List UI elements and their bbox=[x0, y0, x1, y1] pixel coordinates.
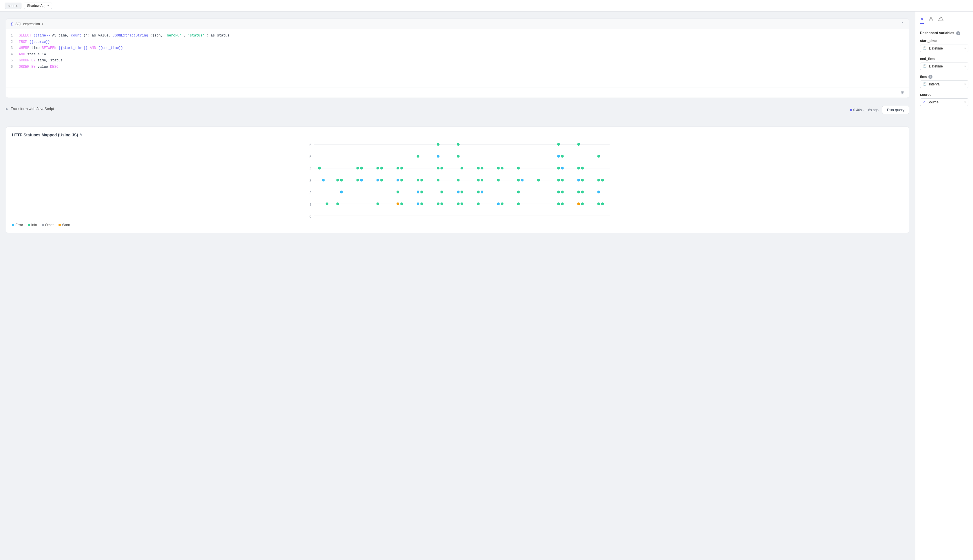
code-line-6: 6 ORDER BY value DESC bbox=[11, 64, 905, 70]
svg-point-95 bbox=[561, 155, 564, 158]
svg-point-82 bbox=[497, 167, 500, 170]
var-time-select[interactable]: 🕐 Interval ▾ bbox=[920, 80, 968, 88]
transform-label: Transform with JavaScript bbox=[11, 107, 54, 111]
svg-point-101 bbox=[561, 190, 564, 193]
svg-point-76 bbox=[481, 167, 483, 170]
sql-editor-body[interactable]: 1 SELECT {{time}} AS time, count (*) as … bbox=[6, 29, 909, 87]
svg-point-51 bbox=[397, 202, 399, 205]
app-selector[interactable]: Shadow App ▾ bbox=[24, 3, 52, 9]
var-start-time: start_time 🕐 Datetime ▾ bbox=[920, 39, 968, 52]
transform-arrow-icon: ▶ bbox=[6, 107, 8, 111]
svg-point-74 bbox=[460, 202, 463, 205]
run-query-button[interactable]: Run query bbox=[882, 106, 909, 114]
var-start-time-label: start_time bbox=[920, 39, 968, 43]
svg-text:16:02: 16:02 bbox=[477, 218, 485, 218]
svg-point-88 bbox=[517, 179, 520, 182]
svg-point-111 bbox=[577, 202, 580, 205]
var-end-time-label: end_time bbox=[920, 57, 968, 61]
svg-point-68 bbox=[457, 155, 460, 158]
svg-point-115 bbox=[601, 179, 604, 182]
svg-point-79 bbox=[477, 190, 480, 193]
var-start-time-select[interactable]: 🕐 Datetime ▾ bbox=[920, 45, 968, 52]
code-line-3: 3 WHERE time BETWEEN {{start_time}} AND … bbox=[11, 45, 905, 52]
svg-point-85 bbox=[497, 202, 500, 205]
legend-error-dot bbox=[12, 224, 14, 226]
legend-other-dot bbox=[42, 224, 44, 226]
chart-legend: Error Info Other Warn bbox=[12, 223, 903, 227]
svg-point-54 bbox=[420, 179, 423, 182]
svg-point-40 bbox=[377, 167, 379, 170]
legend-info-dot bbox=[28, 224, 30, 226]
dash: – bbox=[865, 108, 867, 112]
var-end-time-select[interactable]: 🕐 Datetime ▾ bbox=[920, 63, 968, 70]
svg-point-33 bbox=[340, 179, 343, 182]
svg-point-63 bbox=[437, 179, 440, 182]
svg-point-30 bbox=[322, 179, 325, 182]
svg-text:16:14: 16:14 bbox=[597, 218, 605, 218]
svg-point-53 bbox=[417, 179, 420, 182]
svg-point-84 bbox=[497, 179, 500, 182]
tab-alert[interactable] bbox=[938, 16, 943, 24]
top-bar: source Shadow App ▾ bbox=[0, 0, 973, 12]
tab-close[interactable]: ✕ bbox=[920, 16, 924, 24]
time-interval-icon: 🕐 bbox=[923, 82, 927, 86]
legend-error: Error bbox=[12, 223, 23, 227]
svg-point-62 bbox=[440, 167, 443, 170]
svg-point-91 bbox=[521, 179, 523, 182]
svg-point-102 bbox=[557, 202, 560, 205]
svg-point-97 bbox=[561, 167, 564, 170]
expand-button[interactable]: ⊞ bbox=[901, 90, 905, 95]
svg-point-106 bbox=[581, 167, 584, 170]
query-time: 0.40s bbox=[853, 108, 862, 112]
end-time-type: Datetime bbox=[929, 64, 943, 68]
svg-point-92 bbox=[537, 179, 540, 182]
code-line-5: 5 GROUP BY time, status bbox=[11, 58, 905, 64]
svg-point-93 bbox=[557, 143, 560, 146]
collapse-icon[interactable]: ⌃ bbox=[901, 21, 905, 27]
svg-point-49 bbox=[397, 190, 399, 193]
svg-point-36 bbox=[357, 179, 359, 182]
legend-warn-label: Warn bbox=[62, 223, 70, 227]
svg-point-52 bbox=[417, 155, 420, 158]
legend-other: Other bbox=[42, 223, 54, 227]
svg-point-78 bbox=[481, 179, 483, 182]
code-line-4: 4 AND status != '' bbox=[11, 52, 905, 58]
svg-text:15:54: 15:54 bbox=[397, 218, 405, 218]
transform-run-row: ▶ Transform with JavaScript 0.40s · – 6s… bbox=[6, 104, 909, 116]
svg-text:15:46: 15:46 bbox=[317, 218, 324, 218]
svg-point-71 bbox=[457, 190, 460, 193]
svg-point-100 bbox=[557, 190, 560, 193]
time-ago: 6s ago bbox=[868, 108, 879, 112]
chart-edit-icon[interactable]: ✎ bbox=[80, 133, 83, 137]
end-datetime-icon: 🕐 bbox=[923, 64, 927, 68]
right-panel-tabs: ✕ bbox=[920, 16, 968, 27]
var-source-select[interactable]: ⟳ Source ▾ bbox=[920, 98, 968, 106]
svg-point-69 bbox=[457, 179, 460, 182]
tab-user[interactable] bbox=[928, 16, 934, 24]
svg-point-38 bbox=[357, 167, 359, 170]
svg-point-55 bbox=[417, 190, 420, 193]
right-panel: ✕ Dashboard variables i start_time 🕐 bbox=[915, 12, 973, 560]
legend-other-label: Other bbox=[45, 223, 54, 227]
time-info-icon[interactable]: i bbox=[928, 75, 933, 79]
chart-container: HTTP Statuses Mapped (Using JS) ✎ 0 1 2 … bbox=[6, 127, 909, 233]
svg-point-73 bbox=[457, 202, 460, 205]
legend-info: Info bbox=[28, 223, 37, 227]
transform-bar[interactable]: ▶ Transform with JavaScript bbox=[6, 104, 54, 114]
sql-mode-selector[interactable]: ⟨⟩ SQL expression ▾ bbox=[11, 22, 43, 27]
svg-point-103 bbox=[561, 202, 564, 205]
svg-point-87 bbox=[517, 167, 520, 170]
svg-point-70 bbox=[460, 167, 463, 170]
dashboard-vars-info-icon[interactable]: i bbox=[956, 31, 960, 35]
svg-point-104 bbox=[577, 143, 580, 146]
svg-point-118 bbox=[601, 202, 604, 205]
svg-point-32 bbox=[336, 179, 339, 182]
source-chevron: ▾ bbox=[964, 100, 966, 104]
svg-point-99 bbox=[561, 179, 564, 182]
source-icon: ⟳ bbox=[923, 100, 925, 104]
var-source-label: source bbox=[920, 93, 968, 97]
svg-text:15:58: 15:58 bbox=[437, 218, 445, 218]
svg-point-110 bbox=[581, 190, 584, 193]
datetime-icon: 🕐 bbox=[923, 46, 927, 50]
svg-point-109 bbox=[577, 190, 580, 193]
